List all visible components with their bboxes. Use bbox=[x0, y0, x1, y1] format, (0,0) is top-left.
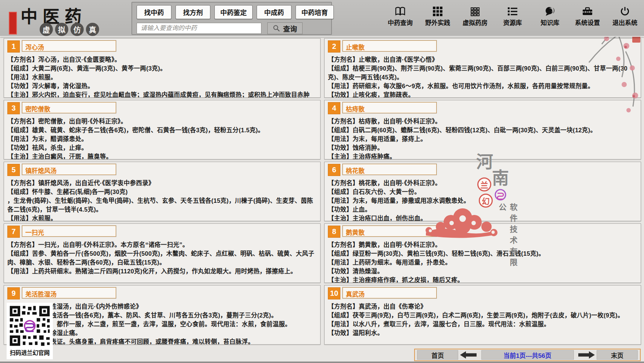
card-number-badge: 8 bbox=[328, 226, 340, 238]
nav-item-virtual-pharmacy[interactable]: 虚拟药房 bbox=[461, 7, 489, 27]
qr-code bbox=[8, 304, 51, 348]
tab-herb-identify[interactable]: 中药鉴定 bbox=[214, 5, 253, 19]
chat-icon bbox=[544, 7, 556, 16]
card-text-line: 【主治】风湿在表证。头痛身重，肩背疼痛不可回顾，或腰脊疼痛，难以转侧，苔白脉浮。 bbox=[7, 337, 317, 345]
card-text-line: 【用法】上药共研细末。熟猪油二斤四两(1120克)化开，入药搅匀，作丸如龙眼大。… bbox=[7, 267, 317, 276]
card-text-line: 【用法】为末，醋调搽患处。 bbox=[7, 134, 317, 143]
card-text-line: 【主治】主治痤痱疮作痒，抓之皮损，随后又疼。 bbox=[328, 276, 637, 283]
card-text-line: 【用法】为末，每用适量，掺撒或用凉水调敷患处。 bbox=[328, 196, 637, 205]
card-title[interactable]: 羌活胜湿汤 bbox=[22, 287, 116, 298]
tab-find-herb[interactable]: 找中药 bbox=[137, 5, 171, 19]
book-icon bbox=[395, 7, 406, 16]
card-body: 【方剂名】羌活胜湿汤，出自元·《内外伤辨惑论》【组成】羌活、独活各一钱(各6克)… bbox=[7, 302, 317, 345]
card-body: 【方剂名】一扫光，出自明·《外科正宗》。本方原名“诸疮一扫光”。【组成】苦参、黄… bbox=[7, 240, 317, 276]
card-body: 【方剂名】止嗽散，出自清·《医学心悟》【组成】桔梗三两(90克)、荆芥三两(90… bbox=[328, 55, 637, 98]
card-text-line: 【用法】上㕮咀，都作一服，水二盏，煎至一盏，去滓，温服，空心食前。现代用法：水煎… bbox=[7, 320, 317, 328]
nav-item-resource-library[interactable]: 资源库 bbox=[499, 7, 527, 27]
card-title[interactable]: 泻心汤 bbox=[22, 40, 116, 51]
card-number-badge: 4 bbox=[328, 102, 340, 114]
formula-card-grid: 1 泻心汤 【方剂名】泻心汤，出自汉·《金匮要略》。【组成】大黄二两(6克)、黄… bbox=[4, 38, 641, 345]
card-number-badge: 1 bbox=[7, 40, 20, 53]
cabinet-icon bbox=[471, 7, 480, 16]
subtitle-char: 虚 bbox=[40, 23, 53, 36]
page-indicator: 当前1页---共56页 bbox=[481, 350, 574, 360]
card-title[interactable]: 镇肝熄风汤 bbox=[22, 164, 116, 175]
formula-card-7: 7 一扫光 【方剂名】一扫光，出自明·《外科正宗》。本方原名“诸疮一扫光”。【组… bbox=[4, 223, 321, 283]
card-number-badge: 10 bbox=[328, 287, 340, 299]
tab-find-formula[interactable]: 找方剂 bbox=[176, 5, 210, 19]
nav-label: 资源库 bbox=[503, 18, 522, 27]
prev-page-button[interactable] bbox=[460, 351, 479, 359]
subtitle-char: 真 bbox=[86, 23, 99, 36]
nav-item-herb-query[interactable]: 中药查询 bbox=[386, 7, 414, 27]
card-text-line: 【用法】水煎服。 bbox=[7, 214, 317, 221]
tab-patent-medicine[interactable]: 中成药 bbox=[257, 5, 292, 19]
card-title[interactable]: 密陀僧散 bbox=[22, 102, 116, 113]
arrow-left-icon bbox=[460, 351, 479, 359]
tab-row: 找中药 找方剂 中药鉴定 中成药 中药培育 bbox=[137, 5, 327, 19]
card-title[interactable]: 鹅黄散 bbox=[343, 226, 437, 237]
next-page-button[interactable] bbox=[576, 351, 595, 359]
formula-card-1: 1 泻心汤 【方剂名】泻心汤，出自汉·《金匮要略》。【组成】大黄二两(6克)、黄… bbox=[4, 38, 321, 98]
card-title[interactable]: 桃花散 bbox=[343, 164, 437, 175]
card-text-line: 【功效】祛风，除湿止痛。 bbox=[7, 328, 317, 337]
card-title[interactable]: 真武汤 bbox=[343, 287, 437, 298]
nav-item-exit-system[interactable]: 退出系统 bbox=[611, 7, 639, 27]
card-text-line: 【用法】为末，每用适量，搽痔上。 bbox=[328, 134, 637, 143]
qr-code-panel: 扫码进兰幻官网 bbox=[7, 303, 53, 359]
search-button[interactable]: 查询 bbox=[267, 22, 303, 34]
card-text-line: 【主治】邪火内炽，迫血妄行，症见吐血衄血等；或湿热内蕴而成黄疸，见有胸痞烦热；或… bbox=[7, 90, 317, 98]
tab-herb-cultivation[interactable]: 中药培育 bbox=[296, 5, 334, 19]
card-number-badge: 5 bbox=[7, 164, 20, 176]
card-text-line: 【功效】祛风，杀虫，止痒。 bbox=[7, 143, 317, 152]
subtitle-char: 仿 bbox=[70, 23, 84, 36]
card-text-line: 【组成】羌活、独活各一钱(各6克)，藁本、防风、炙甘草、川芎各五分(各3克)，蔓… bbox=[7, 311, 317, 320]
card-title[interactable]: 枯痔散 bbox=[343, 102, 437, 113]
card-text-line: 【组成】白石灰六份、大黄一份。 bbox=[328, 187, 637, 196]
nav-label: 系统设置 bbox=[575, 18, 600, 27]
card-text-line: 【方剂名】止嗽散，出自清·《医学心悟》 bbox=[328, 55, 637, 64]
card-text-line: 【方剂名】镇肝熄风汤，出自近代·《医学衷中参西录》 bbox=[7, 179, 317, 187]
last-page-button[interactable]: 末页 bbox=[597, 350, 638, 360]
card-text-line: 【组成】绿豆粉一两(30克)、黄柏三钱(9克)、轻粉二钱(6克)、滑石五钱(15… bbox=[328, 249, 637, 258]
nav-item-knowledge-base[interactable]: 知识库 bbox=[536, 7, 564, 27]
app-logo: 中医药 虚 拟 仿 真 bbox=[7, 2, 129, 36]
card-text-line: 【主治】主治白癜风，汗斑，腋臭等。 bbox=[7, 152, 317, 159]
card-text-line: 【用法】以水八升，煮取三升，去滓，温服七合，日三服。现代用法：水煎温服。 bbox=[328, 320, 637, 328]
nav-label: 野外实践 bbox=[425, 18, 450, 27]
formula-card-10: 10 真武汤 【方剂名】真武汤，出自《伤寒论》【组成】茯苓三两(9克)，白芍三两… bbox=[324, 285, 641, 345]
card-text-line: 【用法】上药研为细末。每用适量，扑患处。 bbox=[328, 258, 637, 267]
card-title[interactable]: 止嗽散 bbox=[343, 40, 437, 51]
card-body: 【方剂名】枯痔散，出自明·《外科正宗》。【组成】白矾二两(60克)、蟾酥二钱(6… bbox=[328, 117, 637, 159]
formula-card-2: 2 止嗽散 【方剂名】止嗽散，出自清·《医学心悟》【组成】桔梗三两(90克)、荆… bbox=[324, 38, 641, 98]
card-title[interactable]: 一扫光 bbox=[22, 226, 116, 237]
search-button-label: 查询 bbox=[283, 24, 297, 33]
card-body: 【方剂名】泻心汤，出自汉·《金匮要略》。【组成】大黄二两(6克)、黄连一两(3克… bbox=[7, 55, 317, 98]
nav-item-system-settings[interactable]: 系统设置 bbox=[574, 7, 601, 27]
nav-item-field-practice[interactable]: 野外实践 bbox=[424, 7, 452, 27]
card-text-line: 【方剂名】密陀僧散，出自明·《外科正宗》。 bbox=[7, 117, 317, 126]
card-text-line: 【用法】水煎服。 bbox=[7, 73, 317, 82]
formula-card-5: 5 镇肝熄风汤 【方剂名】镇肝熄风汤，出自近代·《医学衷中参西录》【组成】怀牛膝… bbox=[4, 162, 321, 221]
card-text-line: 【功效】蚀疮消肿。 bbox=[328, 143, 637, 152]
toolbox-icon bbox=[582, 7, 593, 16]
card-text-line: 【组成】白矾二两(60克)、蟾酥二钱(6克)、轻粉四钱(12克)、白砒一两(30… bbox=[328, 126, 637, 134]
search-input[interactable] bbox=[137, 23, 261, 34]
card-text-line: 【方剂名】真武汤，出自《伤寒论》 bbox=[328, 302, 637, 311]
top-bar: 中医药 虚 拟 仿 真 找中药 找方剂 中药鉴定 中成药 中药培育 查询 bbox=[0, 0, 644, 37]
first-page-button[interactable]: 首页 bbox=[417, 350, 458, 360]
card-text-line: 【功效】清热燥湿。 bbox=[328, 267, 637, 276]
card-text-line: 【功效】泻火解毒，清化湿热。 bbox=[7, 82, 317, 90]
card-number-badge: 3 bbox=[7, 102, 20, 114]
card-text-line: 【主治】主治痔疮肿痛。 bbox=[328, 152, 637, 159]
nav-label: 虚拟药房 bbox=[463, 18, 488, 27]
card-body: 【方剂名】真武汤，出自《伤寒论》【组成】茯苓三两(9克)，白芍三两(9克)，白术… bbox=[328, 302, 637, 337]
card-text-line: 【方剂名】羌活胜湿汤，出自元·《内外伤辨惑论》 bbox=[7, 302, 317, 311]
card-text-line: 【组成】桔梗三两(90克)、荆芥三两(90克)、紫菀三两(90克)、百部三两(9… bbox=[328, 64, 637, 82]
card-text-line: 【组成】苦参、黄柏各一斤(各500克)，烟胶一升(500克)，木鳖肉、蛇床子、点… bbox=[7, 249, 317, 267]
arrow-right-icon bbox=[576, 351, 595, 359]
card-text-line: 【方剂名】泻心汤，出自汉·《金匮要略》。 bbox=[7, 55, 317, 64]
card-text-line: 【方剂名】桃花散，出自明·《外科正宗》。 bbox=[328, 179, 637, 187]
search-icon bbox=[273, 25, 280, 32]
grid-icon bbox=[433, 7, 442, 16]
